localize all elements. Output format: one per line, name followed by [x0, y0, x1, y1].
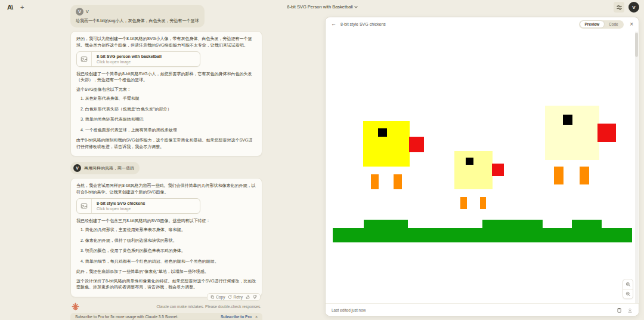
user-message-1: V V 给我画一个8-bit的svg小人，灰色身体，白色头发，旁边有一个篮球 [70, 5, 205, 27]
zoom-controls [623, 279, 633, 299]
list-item: 4. 一个橙色圆形代表篮球，上面有简单的黑线条纹理 [80, 127, 256, 134]
user-message-2: V 再用同样的风格，画一些鸡 [70, 162, 140, 174]
assistant-paragraph: 好的，我可以为您创建一个8-bit风格的SVG小人像，带有灰色身体、白色头发，旁… [76, 36, 256, 48]
back-arrow-icon[interactable]: ← [331, 21, 336, 27]
close-icon[interactable]: × [630, 21, 633, 27]
list-item: 2. 像素化的外观，保持了锐利的边缘和块状的形状。 [80, 238, 256, 244]
assistant-paragraph: 当然，我会尝试用同样的8-bit风格为您画一些鸡。我们会保持简单的几何形状和像素… [76, 183, 256, 195]
chicken-1-eye [378, 128, 387, 137]
assistant-paragraph: 这个SVG图像包含以下元素： [76, 87, 256, 93]
user-name: V [86, 10, 89, 14]
subscribe-pro-link[interactable]: Subscribe to Pro [221, 315, 252, 319]
claude-starburst-icon [72, 303, 79, 310]
pro-banner-text: Subscribe to Pro for 5x more usage with … [75, 315, 178, 319]
artifact-panel-footer: Last edited just now [326, 303, 639, 316]
chicken-2-eye [466, 158, 473, 165]
artifact-panel-title: 8-bit style SVG chickens [340, 22, 386, 26]
last-edited-status: Last edited just now [332, 308, 366, 312]
download-icon [627, 307, 633, 313]
retry-button[interactable]: Retry [228, 295, 243, 299]
canvas-scrollbar-thumb[interactable] [635, 33, 638, 57]
artifact-card-chickens[interactable]: 8-bit style SVG chickens Click to open i… [76, 198, 200, 214]
disclaimer-text: Claude can make mistakes. Please double-… [156, 304, 261, 309]
chicken-2-body [454, 151, 493, 189]
download-artifact-button[interactable] [627, 307, 633, 313]
assistant-message-1: 好的，我可以为您创建一个8-bit风格的SVG小人像，带有灰色身体、白色头发，旁… [70, 31, 262, 156]
artifact-panel-header: ← 8-bit style SVG chickens Preview Code … [326, 17, 639, 31]
user-avatar[interactable]: V [628, 2, 639, 13]
list-item: 3. 明亮的颜色，使用了黄色系列的颜色来表示鸡的身体。 [80, 248, 256, 254]
assistant-paragraph: 我已经创建了一个包含三只8-bit风格鸡的SVG图像。这些鸡有以下特征： [76, 218, 256, 224]
artifact-subtitle: Click to open image [97, 60, 162, 64]
chicken-3-leg-left [554, 167, 564, 184]
clipboard-icon [617, 307, 622, 313]
thumbs-up-icon [246, 295, 250, 299]
user-avatar-small: V [76, 8, 83, 16]
tab-code[interactable]: Code [604, 21, 623, 27]
grass-bump-2 [482, 220, 543, 228]
list-item: 1. 简化的几何形状，主要使用矩形来表示身体、喙和腿。 [80, 227, 256, 233]
message-actions: Copy Retry [207, 293, 261, 301]
chicken-1-beak [409, 137, 424, 152]
chicken-2-leg-right [480, 197, 486, 209]
user-avatar-small: V [73, 164, 81, 172]
banner-close-icon[interactable]: × [255, 315, 258, 319]
assistant-paragraph: 这个设计保持了8-bit风格的简单性和像素化的特征。如果您想要对这个SVG进行任… [76, 278, 256, 291]
image-artifact-icon [80, 56, 88, 63]
assistant-paragraph: 我已经创建了一个简单的8-bit风格SVG小人，如您所要求的那样，它有灰色的身体… [76, 71, 256, 84]
assistant-paragraph: 由于8-bit风格的限制和我的SVG创作能力，这个图像非常简化和基础。如果您想要… [76, 137, 256, 150]
retry-icon [228, 295, 232, 299]
list-item: 2. 白色矩形代表头部（也就是“白色头发”的部分） [80, 106, 256, 113]
zoom-in-button[interactable] [623, 279, 633, 289]
zoom-out-icon [626, 291, 631, 297]
artifact-panel: ← 8-bit style SVG chickens Preview Code … [325, 17, 639, 316]
thumbs-down-button[interactable] [253, 295, 257, 299]
assistant-message-2: 当然，我会尝试用同样的8-bit风格为您画一些鸡。我们会保持简单的几何形状和像素… [70, 178, 262, 297]
thumbs-down-icon [253, 295, 257, 299]
copy-button[interactable]: Copy [210, 295, 225, 299]
sliders-icon [616, 4, 623, 11]
chicken-2-beak [492, 164, 504, 176]
user-message-text: 给我画一个8-bit的svg小人，灰色身体，白色头发，旁边有一个篮球 [76, 17, 199, 24]
list-item: 4. 简单的细节，每只鸡都有一个红色的鸡冠、橙色的腿和一个黑色的眼睛。 [80, 259, 256, 265]
chicken-3-beak [597, 124, 616, 142]
pro-banner: Subscribe to Pro for 5x more usage with … [70, 313, 262, 320]
artifact-canvas [326, 32, 636, 303]
copy-icon [210, 295, 215, 299]
chicken-2-leg-left [460, 197, 467, 209]
grass-bump-3 [572, 220, 602, 228]
assistant-paragraph: 此外，我还在底部添加了一些简单的“像素化”草地，以增加一些环境感。 [76, 269, 256, 275]
grass-bump-1 [364, 220, 408, 228]
zoom-out-button[interactable] [623, 289, 633, 299]
list-item: 1. 灰色矩形代表身体、手臂和腿 [80, 96, 256, 102]
canvas-scrollbar-track [635, 32, 638, 303]
artifact-subtitle: Click to open image [97, 207, 145, 211]
copy-artifact-button[interactable] [617, 307, 622, 313]
tab-preview[interactable]: Preview [580, 21, 605, 27]
chat-column: V V 给我画一个8-bit的svg小人，灰色身体，白色头发，旁边有一个篮球 好… [70, 5, 262, 320]
zoom-in-icon [626, 282, 631, 287]
chicken-1-leg-right [394, 174, 402, 189]
settings-sliders-button[interactable] [614, 2, 624, 13]
artifact-title: 8-bit SVG person with basketball [97, 54, 162, 59]
artifact-card-person[interactable]: 8-bit SVG person with basketball Click t… [76, 51, 200, 67]
preview-code-toggle: Preview Code [579, 20, 624, 29]
chicken-3-eye [563, 115, 572, 125]
list-item: 3. 简单的黑色矩形代表眼睛和嘴巴 [80, 116, 256, 123]
user-message-text: 再用同样的风格，画一些鸡 [84, 165, 134, 171]
artifact-title: 8-bit style SVG chickens [97, 201, 145, 205]
grass-main [333, 228, 632, 242]
chevron-down-icon [354, 5, 358, 8]
thumbs-up-button[interactable] [246, 295, 250, 299]
chicken-3-body [545, 106, 599, 160]
image-artifact-icon [80, 202, 88, 210]
chicken-1-leg-left [371, 174, 379, 189]
chicken-3-leg-right [580, 167, 589, 184]
